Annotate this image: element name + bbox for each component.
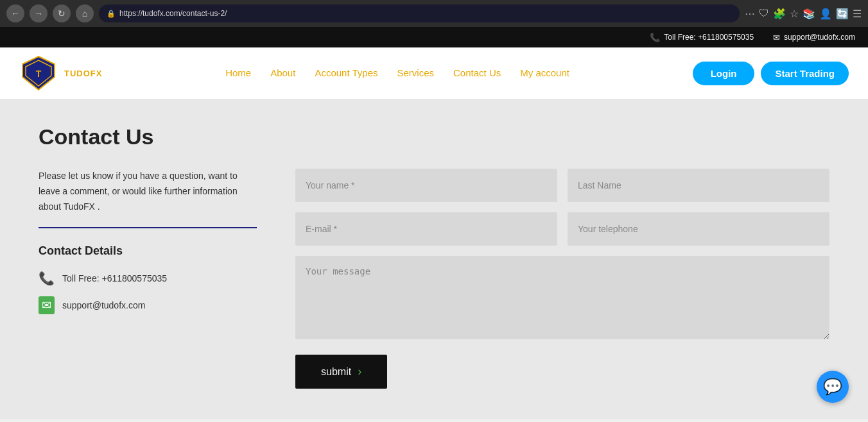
nav-link-contact-us[interactable]: Contact Us bbox=[453, 67, 501, 78]
bookmark-icon[interactable]: 📚 bbox=[803, 8, 815, 20]
left-side: Please let us know if you have a questio… bbox=[39, 169, 257, 389]
last-name-input[interactable] bbox=[568, 169, 829, 202]
top-bar: 📞 Toll Free: +611800575035 ✉ support@tud… bbox=[0, 27, 868, 47]
login-button[interactable]: Login bbox=[693, 62, 755, 85]
nav-link-my-account[interactable]: My account bbox=[520, 67, 569, 78]
nav-links: Home About Account Types Services Contac… bbox=[225, 67, 569, 79]
form-row-email bbox=[295, 212, 829, 246]
nav-link-account-types[interactable]: Account Types bbox=[315, 67, 378, 78]
puzzle-icon[interactable]: 🧩 bbox=[773, 8, 786, 20]
url-bar[interactable]: 🔒 https://tudofx.com/contact-us-2/ bbox=[99, 4, 740, 22]
browser-toolbar-icons: ⋯ 🛡 🧩 ☆ 📚 👤 🔄 ☰ bbox=[745, 8, 862, 20]
nav-link-services[interactable]: Services bbox=[397, 67, 435, 78]
email-contact-detail: ✉ support@tudofx.com bbox=[39, 296, 257, 314]
logo-text: TUDOFX bbox=[64, 69, 102, 78]
svg-text:T: T bbox=[36, 69, 42, 79]
contact-details-title: Contact Details bbox=[39, 244, 257, 258]
nav-item-contact-us[interactable]: Contact Us bbox=[453, 67, 501, 79]
logo-icon: T bbox=[19, 54, 58, 92]
email-input[interactable] bbox=[295, 212, 557, 246]
lock-icon: 🔒 bbox=[107, 10, 116, 18]
phone-number: Toll Free: +611800575035 bbox=[62, 273, 167, 283]
page-title: Contact Us bbox=[39, 124, 829, 149]
email-address: support@tudofx.com bbox=[62, 300, 145, 310]
nav-item-home[interactable]: Home bbox=[225, 67, 251, 79]
url-text: https://tudofx.com/contact-us-2/ bbox=[119, 9, 227, 18]
start-trading-button[interactable]: Start Trading bbox=[761, 62, 849, 85]
content-layout: Please let us know if you have a questio… bbox=[39, 169, 829, 389]
refresh-button[interactable]: ↻ bbox=[53, 4, 71, 22]
support-email: support@tudofx.com bbox=[784, 33, 855, 42]
nav-item-my-account[interactable]: My account bbox=[520, 67, 569, 79]
email-green-icon: ✉ bbox=[39, 296, 55, 314]
main-content: Contact Us Please let us know if you hav… bbox=[0, 99, 868, 419]
nav-link-about[interactable]: About bbox=[270, 67, 295, 78]
star-icon[interactable]: ☆ bbox=[790, 8, 799, 20]
submit-button[interactable]: submit › bbox=[295, 355, 387, 389]
chat-bubble-button[interactable]: 💬 bbox=[817, 371, 849, 403]
nav-item-about[interactable]: About bbox=[270, 67, 295, 79]
nav-item-services[interactable]: Services bbox=[397, 67, 435, 79]
toll-free-number: Toll Free: +611800575035 bbox=[664, 33, 754, 42]
intro-text: Please let us know if you have a questio… bbox=[39, 169, 257, 214]
phone-contact-detail: 📞 Toll Free: +611800575035 bbox=[39, 271, 257, 286]
email-icon: ✉ bbox=[773, 33, 780, 42]
telephone-input[interactable] bbox=[568, 212, 829, 246]
extensions-icon[interactable]: ⋯ bbox=[745, 8, 755, 20]
home-button[interactable]: ⌂ bbox=[76, 4, 94, 22]
phone-icon: 📞 bbox=[650, 33, 660, 42]
email-contact: ✉ support@tudofx.com bbox=[773, 33, 855, 42]
phone-contact: 📞 Toll Free: +611800575035 bbox=[650, 33, 754, 42]
nav-buttons: Login Start Trading bbox=[693, 62, 849, 85]
contact-form: submit › bbox=[295, 169, 829, 389]
browser-chrome: ← → ↻ ⌂ 🔒 https://tudofx.com/contact-us-… bbox=[0, 0, 868, 27]
shield-icon[interactable]: 🛡 bbox=[759, 8, 769, 19]
submit-label: submit bbox=[321, 366, 351, 378]
menu-icon[interactable]: ☰ bbox=[853, 8, 862, 20]
submit-arrow-icon: › bbox=[358, 365, 361, 378]
form-row-name bbox=[295, 169, 829, 202]
forward-button[interactable]: → bbox=[30, 4, 48, 22]
nav-link-home[interactable]: Home bbox=[225, 67, 251, 78]
logo-area: T TUDOFX bbox=[19, 54, 102, 92]
profile-icon[interactable]: 👤 bbox=[819, 8, 832, 20]
your-name-input[interactable] bbox=[295, 169, 557, 202]
sync-icon[interactable]: 🔄 bbox=[836, 8, 849, 20]
message-textarea[interactable] bbox=[295, 256, 829, 339]
divider-line bbox=[39, 227, 257, 228]
navbar: T TUDOFX Home About Account Types Servic… bbox=[0, 47, 868, 99]
phone-green-icon: 📞 bbox=[39, 271, 55, 286]
back-button[interactable]: ← bbox=[6, 4, 24, 22]
nav-item-account-types[interactable]: Account Types bbox=[315, 67, 378, 79]
